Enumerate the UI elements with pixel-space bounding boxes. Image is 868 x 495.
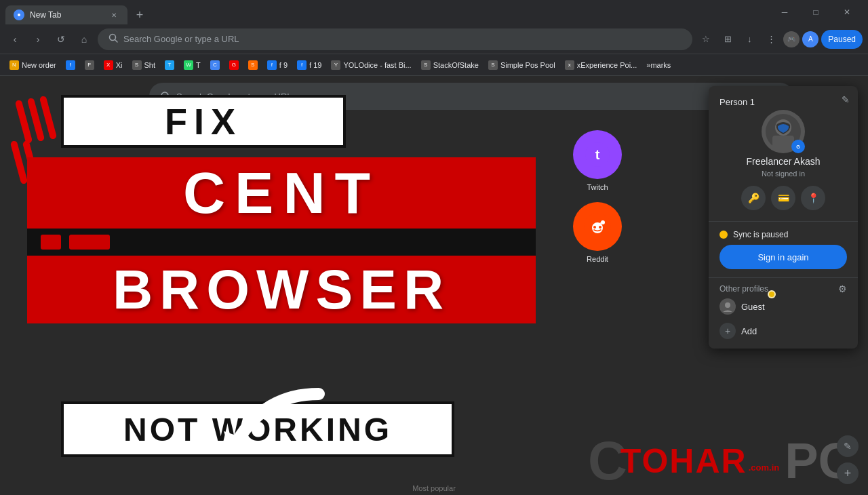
bookmark-xexp[interactable]: x xExperience Poi... (561, 57, 642, 73)
bookmark-stack[interactable]: S StackOfStake (417, 57, 483, 73)
bookmark-gmail[interactable]: G (225, 57, 243, 73)
shortcut-icon-reddit (573, 202, 622, 251)
bookmark-favicon-yolo: Y (331, 60, 340, 70)
band-rect-2 (69, 235, 110, 250)
bookmark-favicon-t2: W (184, 60, 193, 70)
bookmark-favicon-f1: f (66, 60, 75, 70)
bookmark-sht[interactable]: S Sht (128, 57, 160, 73)
profile-avatar-badge: G (791, 140, 805, 153)
download-icon[interactable]: ↓ (740, 30, 759, 49)
bookmark-label-f19: f 19 (309, 61, 321, 69)
new-tab-button[interactable]: + (130, 5, 149, 24)
tohar-name-text: TOHAR (620, 444, 747, 478)
svg-point-27 (725, 302, 730, 308)
svg-point-14 (601, 220, 605, 224)
shortcut-label-twitch: Twitch (587, 183, 608, 191)
fix-box: FIX (61, 95, 346, 148)
shortcut-reddit[interactable]: Reddit (515, 202, 679, 263)
tab-favicon (14, 9, 24, 20)
guest-label: Guest (741, 302, 765, 312)
bookmark-more-label: »marks (646, 61, 671, 69)
address-input[interactable]: Search Google or type a URL (98, 28, 692, 50)
forward-button[interactable]: › (28, 30, 47, 49)
shortcut-icon-twitch: t (573, 130, 622, 179)
shortcut-twitch[interactable]: t Twitch (515, 130, 679, 191)
svg-point-13 (599, 226, 601, 229)
edit-shortcuts-button[interactable]: ✎ (837, 435, 859, 457)
guest-avatar (719, 298, 736, 315)
bookmark-label-xexp: xExperience Poi... (577, 61, 637, 69)
svg-text:G: G (796, 144, 800, 149)
main-content: Search Google or type a URL t Twitch t T… (0, 76, 868, 495)
profile-status: Not signed in (762, 170, 805, 178)
bookmark-simple[interactable]: S Simple Pos Pool (484, 57, 559, 73)
bookmark-f9[interactable]: f f 9 (263, 57, 292, 73)
home-button[interactable]: ⌂ (75, 30, 94, 49)
profile-paused-label: Paused (828, 35, 856, 44)
band-rect-1 (41, 235, 61, 250)
bookmark-f1[interactable]: f (62, 57, 79, 73)
bookmark-s[interactable]: S (244, 57, 262, 73)
profile-header: ✎ Person 1 (709, 86, 858, 221)
bookmark-more[interactable]: »marks (642, 57, 675, 73)
browser-window: New Tab ✕ + ─ □ ✕ ‹ › ↺ ⌂ Search Google … (0, 0, 868, 495)
close-button[interactable]: ✕ (831, 3, 863, 22)
sign-in-again-button[interactable]: Sign in again (719, 245, 847, 269)
back-button[interactable]: ‹ (5, 30, 24, 49)
add-profile-icon: + (719, 323, 736, 339)
address-text: Search Google or type a URL (123, 34, 682, 44)
sync-section: Sync is paused Sign in again (709, 221, 858, 277)
bookmark-f19[interactable]: f f 19 (293, 57, 326, 73)
cent-text: CENT (183, 159, 380, 226)
bookmarks-bar: N New order f F X Xi S Sht T W T C G (0, 54, 868, 76)
more-icon[interactable]: ⋮ (762, 30, 781, 49)
bookmark-yolo[interactable]: Y YOLOdice - fast Bi... (327, 57, 415, 73)
restore-button[interactable]: □ (800, 3, 831, 22)
add-shortcut-button[interactable]: + (837, 462, 859, 484)
bookmark-favicon-new-order: N (9, 60, 19, 70)
bookmark-label-sht: Sht (144, 61, 156, 69)
bookmark-favicon-t1: T (165, 60, 174, 70)
bookmark-favicon-f9: f (267, 60, 277, 70)
browser-band: BROWSER (27, 256, 536, 323)
profiles-settings-icon[interactable]: ⚙ (838, 283, 847, 294)
profile-edit-icon[interactable]: ✎ (842, 94, 850, 105)
dark-separator-band (27, 229, 536, 256)
payment-methods-icon[interactable]: 💳 (771, 186, 795, 210)
bookmark-favicon-gmail: G (229, 60, 239, 70)
browser-text: BROWSER (113, 258, 450, 321)
address-icon[interactable]: 📍 (801, 186, 825, 210)
bookmark-favicon-simple: S (488, 60, 498, 70)
bookmark-f2[interactable]: F (81, 57, 98, 73)
cent-band: CENT (27, 157, 536, 229)
minimize-button[interactable]: ─ (769, 3, 800, 22)
tab-close-button[interactable]: ✕ (108, 9, 119, 20)
bookmark-c[interactable]: C (206, 57, 224, 73)
bookmark-t2[interactable]: W T (180, 57, 205, 73)
bookmark-star-icon[interactable]: ☆ (696, 30, 715, 49)
bookmark-label-yolo: YOLOdice - fast Bi... (343, 61, 411, 69)
svg-point-1 (18, 14, 20, 16)
bookmark-new-order[interactable]: N New order (5, 57, 60, 73)
svg-point-12 (593, 226, 596, 229)
profile-paused-button[interactable]: Paused (821, 30, 863, 49)
reload-button[interactable]: ↺ (52, 30, 71, 49)
bookmark-favicon-s: S (248, 60, 258, 70)
user-avatar-1[interactable]: 🎮 (783, 31, 800, 47)
window-controls: ─ □ ✕ (769, 3, 863, 24)
bookmark-label-t2: T (196, 61, 201, 69)
bookmark-xi[interactable]: X Xi (100, 57, 127, 73)
user-avatar-2[interactable]: A (802, 31, 818, 47)
add-profile-row[interactable]: + Add (719, 319, 847, 343)
guest-profile-row[interactable]: Guest (719, 294, 847, 319)
tohar-name-block: TOHAR .com.in (620, 444, 779, 478)
password-manager-icon[interactable]: 🔑 (741, 186, 766, 210)
bookmark-favicon-c: C (210, 60, 220, 70)
active-tab[interactable]: New Tab ✕ (5, 5, 127, 24)
address-bar: ‹ › ↺ ⌂ Search Google or type a URL ☆ ⊞ … (0, 24, 868, 54)
bookmark-favicon-xexp: x (565, 60, 574, 70)
extensions-icon[interactable]: ⊞ (718, 30, 737, 49)
fix-text: FIX (165, 100, 242, 142)
bookmark-t1[interactable]: T (161, 57, 178, 73)
other-profiles-header: Other profiles ⚙ (719, 283, 847, 294)
